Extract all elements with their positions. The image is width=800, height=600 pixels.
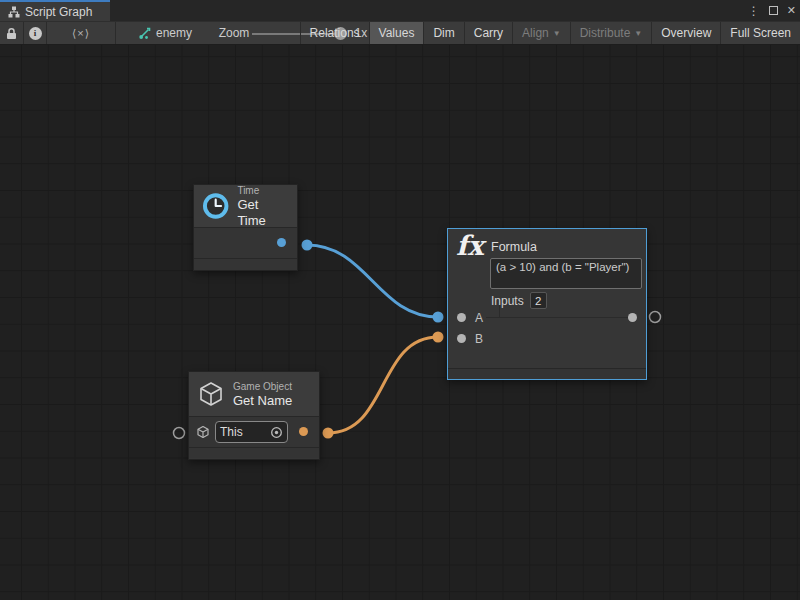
menu-dots-icon[interactable]: ⋮ (748, 5, 760, 17)
lock-icon (6, 27, 17, 40)
port-label: B (475, 332, 483, 346)
graph-hierarchy-icon (8, 6, 20, 18)
script-graph-asset-icon (138, 27, 151, 40)
node-title: Get Time (237, 197, 289, 229)
graph-breadcrumb[interactable]: enemy (138, 22, 193, 44)
node-category: Game Object (233, 380, 292, 393)
node-get-time[interactable]: Time Get Time (193, 184, 298, 271)
node-category: Time (237, 184, 289, 197)
getname-output-port[interactable] (299, 427, 308, 436)
maximize-icon[interactable] (769, 6, 778, 15)
script-graph-window: Script Graph ⋮ ✕ i ⟨×⟩ (0, 0, 800, 600)
toolbar-toggle-group: Relations Values Dim Carry Align▼ Distri… (300, 22, 800, 44)
carry-button[interactable]: Carry (464, 22, 512, 44)
node-body: This (189, 417, 319, 447)
zoom-label: Zoom (218, 22, 250, 44)
formula-result-port[interactable] (628, 313, 637, 322)
graph-name: enemy (156, 26, 192, 40)
node-header: Time Get Time (194, 185, 297, 228)
info-icon: i (29, 27, 42, 40)
title-bar: Script Graph ⋮ ✕ (0, 0, 800, 21)
node-title: Get Name (233, 393, 292, 409)
values-button[interactable]: Values (369, 22, 424, 44)
game-object-cube-icon (197, 380, 225, 408)
dim-button[interactable]: Dim (423, 22, 463, 44)
graph-canvas[interactable] (0, 45, 800, 600)
node-body (194, 228, 297, 258)
tab-title: Script Graph (25, 5, 92, 19)
toolbar-separator (115, 22, 116, 44)
object-picker-icon[interactable] (270, 426, 283, 439)
formula-input-port-a[interactable] (457, 313, 466, 322)
node-footer (189, 447, 319, 458)
time-clock-icon (202, 192, 229, 220)
window-controls: ⋮ ✕ (748, 0, 796, 21)
align-button[interactable]: Align▼ (512, 22, 570, 44)
target-object-value: This (220, 425, 270, 439)
edit-source-button[interactable]: ⟨×⟩ (47, 22, 115, 44)
formula-input-port-b[interactable] (457, 334, 466, 343)
node-footer (448, 368, 646, 379)
tab-script-graph[interactable]: Script Graph (0, 0, 110, 21)
node-get-name[interactable]: Game Object Get Name This (188, 371, 320, 460)
port-row-a: A (448, 309, 646, 327)
chevron-down-icon: ▼ (634, 29, 642, 38)
close-icon[interactable]: ✕ (787, 5, 796, 16)
relation-line (486, 317, 633, 318)
relations-button[interactable]: Relations (300, 22, 369, 44)
info-button[interactable]: i (24, 22, 46, 44)
target-object-field[interactable]: This (215, 421, 288, 443)
formula-expression-field[interactable]: (a > 10) and (b = "Player") (490, 258, 642, 289)
node-titles: Time Get Time (237, 184, 289, 229)
gettime-output-port[interactable] (277, 238, 286, 247)
mini-cube-icon (196, 425, 210, 439)
inputs-count-field[interactable]: 2 (530, 292, 547, 309)
lock-button[interactable] (0, 22, 23, 44)
inputs-label: Inputs (491, 294, 524, 308)
distribute-button[interactable]: Distribute▼ (570, 22, 652, 44)
graph-toolbar: i ⟨×⟩ enemy Zoom 1x Relations Values (0, 21, 800, 45)
chevron-down-icon: ▼ (553, 29, 561, 38)
node-title: Formula (491, 240, 537, 254)
formula-fx-icon: fx (456, 230, 484, 261)
node-header: Game Object Get Name (189, 372, 319, 417)
port-label: A (475, 311, 483, 325)
overview-button[interactable]: Overview (651, 22, 720, 44)
node-formula[interactable]: fx Formula (a > 10) and (b = "Player") I… (447, 228, 647, 380)
fullscreen-button[interactable]: Full Screen (720, 22, 800, 44)
port-row-b: B (448, 330, 646, 348)
node-footer (194, 258, 297, 270)
code-icon: ⟨×⟩ (72, 27, 90, 40)
node-titles: Game Object Get Name (233, 380, 292, 409)
